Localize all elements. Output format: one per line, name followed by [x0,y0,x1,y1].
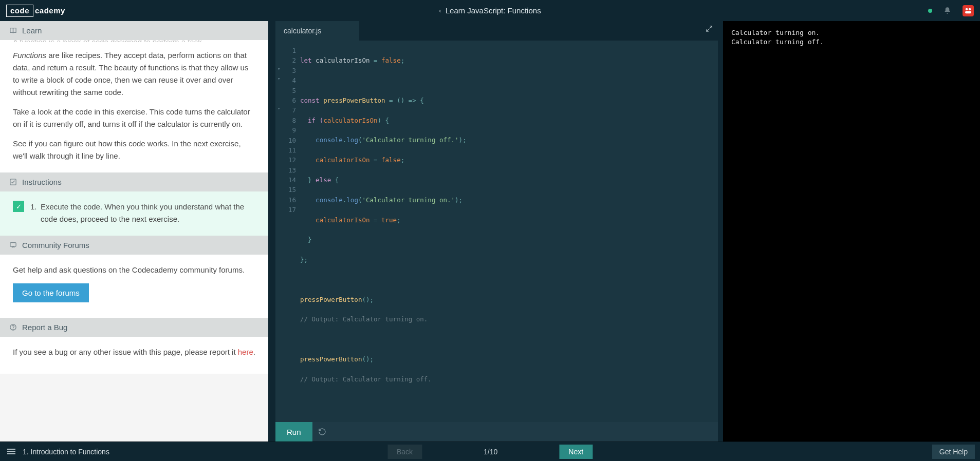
topbar-right [928,5,974,16]
checkbox-icon [9,178,17,186]
lesson-title: 1. Introduction to Functions [23,448,109,456]
learn-label: Learn [22,26,42,35]
bug-title: Report a Bug [22,323,67,332]
terminal-panel: Calculator turning on. Calculator turnin… [723,21,980,441]
line-number: 1 [275,46,296,55]
book-icon [9,27,17,34]
line-number: 11 [275,145,296,155]
line-number: 17 [275,205,296,215]
instruction-text: Execute the code. When you think you und… [41,201,255,225]
panel-resizer-right[interactable] [718,21,723,441]
workspace: Learn A function is a block of code desi… [0,21,980,441]
svg-rect-4 [10,243,16,247]
code-editor[interactable]: 1 2 3 4 5 6 7 8 9 10 11 12 13 14 15 16 1 [275,41,718,422]
line-number: 5 [275,86,296,95]
run-bar: Run [275,422,718,441]
narrative-p1-em: Functions [13,51,46,60]
line-number: 7 [275,105,296,115]
instructions-title: Instructions [22,178,62,186]
line-number: 10 [275,136,296,145]
terminal-line: Calculator turning off. [731,38,824,46]
line-number: 8 [275,116,296,125]
expand-icon[interactable] [706,25,713,32]
line-number: 6 [275,95,296,105]
community-body: Get help and ask questions on the Codeca… [0,255,268,318]
tab-label: calculator.js [284,27,321,35]
line-number: 2 [275,55,296,65]
bug-text-prefix: If you see a bug or any other issue with… [13,348,238,356]
line-number: 15 [275,185,296,195]
editor-tab-calculator[interactable]: calculator.js [275,21,360,41]
svg-point-6 [13,329,13,330]
narrative-cutoff: A function is a block of code designed t… [13,40,255,42]
report-bug-link[interactable]: here [238,348,253,356]
nav-cluster: Back 1/10 Next [387,445,593,459]
panel-resizer-left[interactable] [268,21,275,441]
community-text: Get help and ask questions on the Codeca… [13,264,255,276]
forum-icon [9,241,17,249]
line-number: 14 [275,175,296,185]
reset-icon[interactable] [312,422,332,441]
line-number: 3 [275,66,296,75]
narrative-p3: See if you can figure out how this code … [13,138,255,162]
progress-indicator: 1/10 [484,448,497,456]
checkmark-icon: ✓ [13,201,24,212]
line-number: 12 [275,155,296,165]
course-title: Learn JavaScript: Functions [446,6,541,15]
connection-status-icon [928,9,932,13]
logo-left: code [6,5,33,17]
instructions-header: Instructions [0,172,268,191]
logo-right: cademy [35,6,65,15]
line-number: 13 [275,165,296,175]
instruction-item: 1. Execute the code. When you think you … [30,201,255,225]
gutter: 1 2 3 4 5 6 7 8 9 10 11 12 13 14 15 16 1 [275,46,300,422]
bug-header: Report a Bug [0,318,268,337]
get-help-button[interactable]: Get Help [932,445,975,459]
code-body[interactable]: let calculatorIsOn = false; const pressP… [300,46,718,422]
course-breadcrumb[interactable]: ‹ Learn JavaScript: Functions [439,6,541,15]
terminal-output[interactable]: Calculator turning on. Calculator turnin… [723,21,980,441]
logo[interactable]: code cademy [6,5,65,17]
line-number: 4 [275,75,296,85]
next-button[interactable]: Next [559,445,593,459]
learn-scroll[interactable]: A function is a block of code designed t… [0,40,268,441]
community-header: Community Forums [0,236,268,255]
narrative-p2: Take a look at the code in this exercise… [13,106,255,130]
go-to-forums-button[interactable]: Go to the forums [13,283,89,302]
editor-tabbar: calculator.js [275,21,718,41]
help-icon [9,323,17,331]
chevron-left-icon: ‹ [439,7,441,14]
community-title: Community Forums [22,241,89,249]
narrative-body: A function is a block of code designed t… [0,40,268,172]
line-number: 9 [275,125,296,135]
svg-rect-2 [965,11,971,13]
svg-point-1 [969,8,971,10]
narrative-p1: Functions are like recipes. They accept … [13,49,255,99]
bug-text-suffix: . [253,348,255,356]
instructions-body: ✓ 1. Execute the code. When you think yo… [0,191,268,236]
terminal-line: Calculator turning on. [731,29,820,36]
back-button[interactable]: Back [387,445,422,459]
bottom-bar: 1. Introduction to Functions Back 1/10 N… [0,441,980,461]
top-bar: code cademy ‹ Learn JavaScript: Function… [0,0,980,21]
line-number: 16 [275,195,296,205]
learn-header: Learn [0,21,268,40]
user-avatar[interactable] [963,5,974,16]
learn-panel: Learn A function is a block of code desi… [0,21,268,441]
syllabus-menu-icon[interactable] [7,449,15,454]
editor-panel: calculator.js 1 2 3 4 5 6 7 8 9 10 [275,21,718,441]
bug-body: If you see a bug or any other issue with… [0,337,268,374]
svg-point-0 [966,8,968,10]
instruction-number: 1. [30,201,36,225]
notifications-icon[interactable] [944,7,951,14]
run-button[interactable]: Run [275,422,312,441]
narrative-p1-rest: are like recipes. They accept data, perf… [13,51,248,97]
